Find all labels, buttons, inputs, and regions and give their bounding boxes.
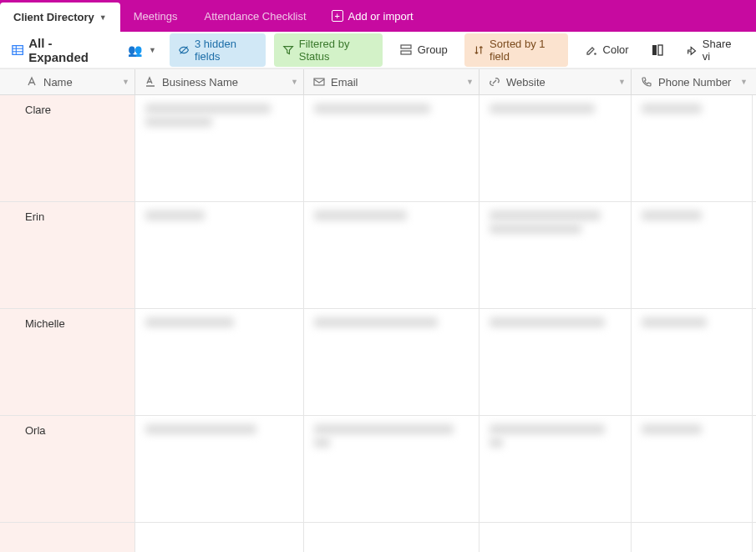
group-label: Group (418, 43, 448, 56)
svg-rect-6 (401, 51, 411, 54)
cell-website[interactable] (479, 523, 632, 552)
tab-label: Attendance Checklist (204, 10, 306, 23)
cell-phone[interactable] (632, 416, 753, 522)
svg-rect-5 (401, 45, 411, 48)
grid-header: Name ▼ Business Name ▼ Email ▼ Website ▼… (0, 68, 756, 95)
envelope-icon (312, 75, 326, 89)
chevron-down-icon: ▼ (99, 13, 107, 22)
table-row[interactable]: Michelle (0, 309, 756, 416)
sort-button[interactable]: Sorted by 1 field (464, 33, 568, 67)
text-icon (25, 75, 38, 89)
column-header-website[interactable]: Website ▼ (479, 69, 632, 94)
svg-rect-9 (658, 45, 662, 55)
hidden-fields-button[interactable]: 3 hidden fields (170, 33, 266, 67)
column-header-business[interactable]: Business Name ▼ (135, 69, 304, 94)
chevron-down-icon[interactable]: ▼ (291, 78, 298, 86)
tab-label: Meetings (134, 10, 178, 23)
cell-email[interactable] (304, 523, 479, 552)
add-or-import-button[interactable]: + Add or import (320, 0, 425, 32)
text-underline-icon (144, 75, 157, 89)
view-switcher[interactable]: All - Expanded (10, 32, 114, 68)
cell-name[interactable]: Erin (0, 202, 135, 308)
hidden-fields-label: 3 hidden fields (195, 38, 256, 63)
column-header-phone[interactable]: Phone Number ▼ (632, 69, 753, 94)
grid-icon (12, 43, 23, 57)
grid-body: Clare Erin Michelle Orla (0, 95, 756, 552)
column-label: Website (506, 76, 545, 89)
cell-business[interactable] (135, 523, 304, 552)
chevron-down-icon[interactable]: ▼ (740, 78, 748, 86)
group-button[interactable]: Group (391, 39, 456, 61)
tab-label: Client Directory (13, 11, 94, 23)
column-header-email[interactable]: Email ▼ (304, 69, 479, 94)
cell-email[interactable] (304, 95, 479, 201)
cell-business[interactable] (135, 202, 304, 308)
cell-business[interactable] (135, 416, 304, 522)
table-row[interactable]: Orla (0, 416, 756, 523)
chevron-down-icon[interactable]: ▼ (466, 78, 474, 86)
tab-bar: Client Directory ▼ Meetings Attendance C… (0, 0, 756, 32)
cell-name[interactable] (0, 523, 135, 552)
filter-button[interactable]: Filtered by Status (274, 33, 383, 67)
svg-rect-10 (314, 78, 324, 85)
share-view-button[interactable]: Share vi (677, 33, 746, 67)
link-icon (488, 75, 501, 89)
filter-icon (282, 43, 294, 57)
eye-off-icon (178, 43, 190, 57)
cell-website[interactable] (479, 309, 632, 415)
add-label: Add or import (348, 10, 414, 23)
paint-icon (585, 43, 598, 57)
cell-email[interactable] (304, 416, 479, 522)
color-button[interactable]: Color (576, 39, 637, 61)
tab-client-directory[interactable]: Client Directory ▼ (0, 3, 120, 32)
column-label: Business Name (162, 76, 238, 89)
row-height-button[interactable] (646, 40, 669, 60)
cell-phone[interactable] (632, 95, 753, 201)
name-value: Clare (25, 104, 51, 116)
cell-name[interactable]: Clare (0, 95, 135, 201)
color-label: Color (603, 43, 629, 56)
name-value: Michelle (25, 317, 65, 330)
sort-icon (473, 43, 485, 57)
cell-phone[interactable] (632, 309, 753, 415)
share-icon (686, 43, 698, 57)
svg-point-7 (594, 53, 596, 55)
cell-email[interactable] (304, 309, 479, 415)
name-value: Erin (25, 210, 44, 223)
filter-label: Filtered by Status (299, 38, 374, 63)
collaborators-button[interactable]: 👥 ▼ (123, 40, 161, 60)
svg-rect-0 (13, 45, 23, 54)
phone-icon (640, 75, 653, 89)
view-name: All - Expanded (28, 36, 106, 64)
share-label: Share vi (703, 38, 738, 63)
table-row[interactable] (0, 523, 756, 552)
view-toolbar: All - Expanded 👥 ▼ 3 hidden fields Filte… (0, 32, 756, 68)
cell-website[interactable] (479, 95, 632, 201)
tab-meetings[interactable]: Meetings (120, 0, 191, 32)
sort-label: Sorted by 1 field (490, 38, 560, 63)
plus-icon: + (332, 10, 343, 22)
column-label: Email (331, 76, 358, 89)
chevron-down-icon: ▼ (149, 46, 156, 54)
cell-website[interactable] (479, 416, 632, 522)
group-icon (399, 43, 413, 57)
cell-business[interactable] (135, 95, 304, 201)
cell-business[interactable] (135, 309, 304, 415)
cell-phone[interactable] (632, 202, 753, 308)
people-icon: 👥 (128, 43, 142, 57)
cell-name[interactable]: Michelle (0, 309, 135, 415)
cell-phone[interactable] (632, 523, 753, 552)
cell-email[interactable] (304, 202, 479, 308)
column-label: Name (43, 76, 73, 89)
chevron-down-icon[interactable]: ▼ (618, 78, 626, 86)
tab-attendance-checklist[interactable]: Attendance Checklist (190, 0, 319, 32)
table-row[interactable]: Clare (0, 95, 756, 202)
column-header-name[interactable]: Name ▼ (0, 69, 135, 94)
chevron-down-icon[interactable]: ▼ (122, 78, 129, 86)
column-label: Phone Number (658, 76, 731, 89)
cell-name[interactable]: Orla (0, 416, 135, 522)
name-value: Orla (25, 424, 46, 437)
cell-website[interactable] (479, 202, 632, 308)
table-row[interactable]: Erin (0, 202, 756, 309)
row-height-icon (651, 43, 664, 57)
